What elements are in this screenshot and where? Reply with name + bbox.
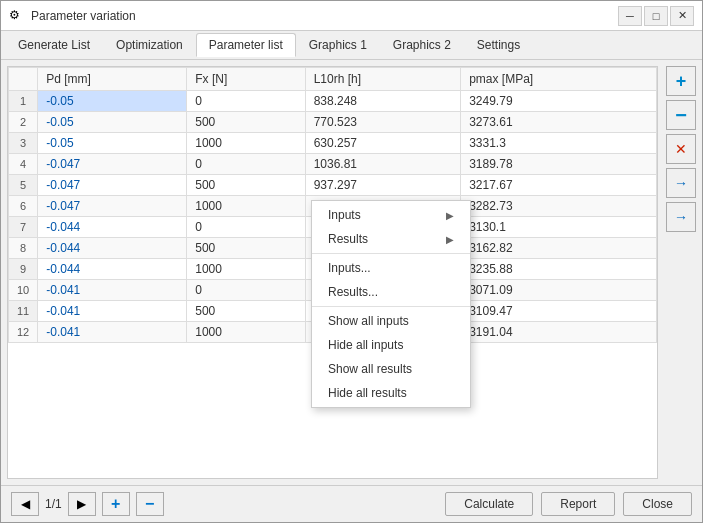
- cell-pmax: 3191.04: [461, 322, 657, 343]
- ctx-results-dots-label: Results...: [328, 285, 378, 299]
- cell-pmax: 3109.47: [461, 301, 657, 322]
- minimize-button[interactable]: ─: [618, 6, 642, 26]
- close-button[interactable]: Close: [623, 492, 692, 516]
- ctx-inputs-label: Inputs: [328, 208, 361, 222]
- table-row[interactable]: 3-0.051000630.2573331.3: [9, 133, 657, 154]
- cell-l10rh: 630.257: [305, 133, 461, 154]
- calculate-button[interactable]: Calculate: [445, 492, 533, 516]
- window-controls: ─ □ ✕: [618, 6, 694, 26]
- clear-button[interactable]: ✕: [666, 134, 696, 164]
- cell-pd: -0.047: [38, 196, 187, 217]
- bottom-remove-button[interactable]: −: [136, 492, 164, 516]
- cell-fx: 1000: [187, 133, 305, 154]
- table-row[interactable]: 1-0.050838.2483249.79: [9, 91, 657, 112]
- cell-fx: 1000: [187, 196, 305, 217]
- cell-pd: -0.05: [38, 91, 187, 112]
- bottom-left: ◀ 1/1 ▶ + −: [11, 492, 164, 516]
- content-area: Pd [mm] Fx [N] L10rh [h] pmax [MPa] 1-0.…: [1, 60, 702, 485]
- row-number: 2: [9, 112, 38, 133]
- cell-fx: 1000: [187, 259, 305, 280]
- row-number: 10: [9, 280, 38, 301]
- cell-pmax: 3217.67: [461, 175, 657, 196]
- col-header-fx: Fx [N]: [187, 68, 305, 91]
- close-window-button[interactable]: ✕: [670, 6, 694, 26]
- col-header-l10rh: L10rh [h]: [305, 68, 461, 91]
- cell-pd: -0.044: [38, 259, 187, 280]
- cell-fx: 1000: [187, 322, 305, 343]
- ctx-inputs-arrow: ▶: [446, 210, 454, 221]
- cell-l10rh: 937.297: [305, 175, 461, 196]
- ctx-hide-all-results[interactable]: Hide all results: [312, 381, 470, 405]
- tab-graphics-1[interactable]: Graphics 1: [296, 33, 380, 57]
- row-number: 11: [9, 301, 38, 322]
- table-row[interactable]: 5-0.047500937.2973217.67: [9, 175, 657, 196]
- app-icon: ⚙: [9, 8, 25, 24]
- cell-pd: -0.05: [38, 112, 187, 133]
- cell-fx: 0: [187, 154, 305, 175]
- title-bar-left: ⚙ Parameter variation: [9, 8, 136, 24]
- row-number: 4: [9, 154, 38, 175]
- cell-pd: -0.041: [38, 301, 187, 322]
- window-title: Parameter variation: [31, 9, 136, 23]
- row-number: 12: [9, 322, 38, 343]
- title-bar: ⚙ Parameter variation ─ □ ✕: [1, 1, 702, 31]
- col-header-pmax: pmax [MPa]: [461, 68, 657, 91]
- row-number: 9: [9, 259, 38, 280]
- cell-pmax: 3249.79: [461, 91, 657, 112]
- ctx-show-all-results[interactable]: Show all results: [312, 357, 470, 381]
- ctx-inputs-dots[interactable]: Inputs...: [312, 256, 470, 280]
- ctx-results[interactable]: Results ▶: [312, 227, 470, 251]
- move-right-button[interactable]: →: [666, 168, 696, 198]
- cell-pd: -0.041: [38, 280, 187, 301]
- row-number: 6: [9, 196, 38, 217]
- cell-fx: 500: [187, 301, 305, 322]
- cell-pd: -0.041: [38, 322, 187, 343]
- row-number: 1: [9, 91, 38, 112]
- col-header-pd: Pd [mm]: [38, 68, 187, 91]
- cell-pd: -0.047: [38, 175, 187, 196]
- bottom-add-button[interactable]: +: [102, 492, 130, 516]
- cell-fx: 500: [187, 238, 305, 259]
- cell-fx: 0: [187, 280, 305, 301]
- ctx-sep-2: [312, 306, 470, 307]
- report-button[interactable]: Report: [541, 492, 615, 516]
- ctx-hide-all-inputs[interactable]: Hide all inputs: [312, 333, 470, 357]
- main-window: ⚙ Parameter variation ─ □ ✕ Generate Lis…: [0, 0, 703, 523]
- cell-fx: 500: [187, 112, 305, 133]
- prev-page-button[interactable]: ◀: [11, 492, 39, 516]
- cell-pmax: 3282.73: [461, 196, 657, 217]
- page-indicator: 1/1: [45, 497, 62, 511]
- tab-bar: Generate List Optimization Parameter lis…: [1, 31, 702, 60]
- tab-optimization[interactable]: Optimization: [103, 33, 196, 57]
- cell-fx: 500: [187, 175, 305, 196]
- cell-l10rh: 770.523: [305, 112, 461, 133]
- row-number: 8: [9, 238, 38, 259]
- ctx-show-all-inputs[interactable]: Show all inputs: [312, 309, 470, 333]
- ctx-results-dots[interactable]: Results...: [312, 280, 470, 304]
- cell-pmax: 3071.09: [461, 280, 657, 301]
- table-row[interactable]: 2-0.05500770.5233273.61: [9, 112, 657, 133]
- context-menu: Inputs ▶ Results ▶ Inputs... Results... …: [311, 200, 471, 408]
- row-number: 5: [9, 175, 38, 196]
- ctx-inputs[interactable]: Inputs ▶: [312, 203, 470, 227]
- tab-generate-list[interactable]: Generate List: [5, 33, 103, 57]
- bottom-bar: ◀ 1/1 ▶ + − Calculate Report Close: [1, 485, 702, 522]
- table-row[interactable]: 4-0.04701036.813189.78: [9, 154, 657, 175]
- tab-graphics-2[interactable]: Graphics 2: [380, 33, 464, 57]
- cell-pmax: 3235.88: [461, 259, 657, 280]
- row-number: 7: [9, 217, 38, 238]
- maximize-button[interactable]: □: [644, 6, 668, 26]
- remove-row-button[interactable]: −: [666, 100, 696, 130]
- cell-pmax: 3331.3: [461, 133, 657, 154]
- cell-pmax: 3162.82: [461, 238, 657, 259]
- ctx-sep-1: [312, 253, 470, 254]
- cell-pd: -0.047: [38, 154, 187, 175]
- ctx-hide-all-results-label: Hide all results: [328, 386, 407, 400]
- add-row-button[interactable]: +: [666, 66, 696, 96]
- move-right2-button[interactable]: →: [666, 202, 696, 232]
- next-page-button[interactable]: ▶: [68, 492, 96, 516]
- tab-parameter-list[interactable]: Parameter list: [196, 33, 296, 57]
- tab-settings[interactable]: Settings: [464, 33, 533, 57]
- ctx-show-all-inputs-label: Show all inputs: [328, 314, 409, 328]
- row-number: 3: [9, 133, 38, 154]
